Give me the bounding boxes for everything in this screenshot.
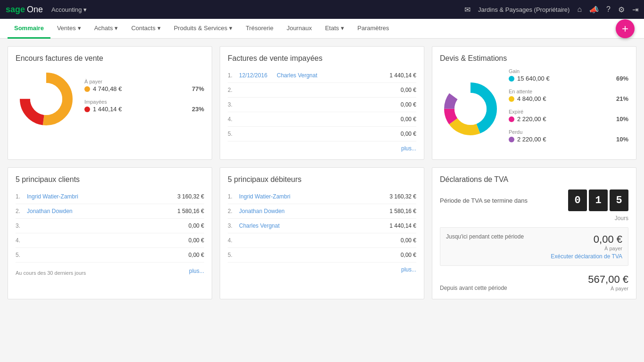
dashboard-content: Encours factures de vente À payer 4 740,… xyxy=(0,39,644,307)
tva-execute-link[interactable]: Exécuter déclaration de TVA xyxy=(446,253,622,260)
main-navigation: Sommaire Ventes▾ Achats▾ Contacts▾ Produ… xyxy=(0,19,644,39)
home-icon[interactable]: ⌂ xyxy=(577,5,582,14)
legend-perdu: Perdu 2 220,00 € 10% xyxy=(509,129,628,143)
nav-produits[interactable]: Produits & Services▾ xyxy=(167,19,239,39)
impayees-dot xyxy=(84,107,90,112)
clients-hint: Au cours des 30 derniers jours xyxy=(16,270,86,276)
nav-sommaire[interactable]: Sommaire xyxy=(8,19,50,39)
clients-plus-link[interactable]: plus... xyxy=(189,268,204,274)
svg-point-7 xyxy=(454,93,487,125)
debiteur-name-3[interactable]: Charles Vergnat xyxy=(239,222,379,229)
logout-icon[interactable]: ⇥ xyxy=(632,5,638,14)
list-item: 4. 0,00 € xyxy=(228,233,416,248)
tva-actuelle-block: Jusqu'ici pendant cette période 0,00 € À… xyxy=(440,227,628,266)
tva-periode-label: Période de TVA se termine dans xyxy=(440,197,528,204)
tva-depuis-amount: 567,00 € xyxy=(588,273,628,286)
debiteurs-list: 1. Ingrid Watier-Zambri 3 160,32 € 2. Jo… xyxy=(228,189,416,263)
list-item: 5. 0,00 € xyxy=(228,248,416,263)
encours-donut-section: À payer 4 740,48 € 77% Impayées 1 440,14… xyxy=(16,68,204,130)
list-item: 4. 0,00 € xyxy=(16,233,204,248)
encours-donut xyxy=(16,68,77,130)
debiteurs-title: 5 principaux débiteurs xyxy=(228,175,416,184)
clients-list: 1. Ingrid Watier-Zambri 3 160,32 € 2. Jo… xyxy=(16,189,204,263)
logo-one: One xyxy=(27,5,43,15)
factures-impayees-widget: Factures de vente impayées 1. 12/12/2016… xyxy=(220,46,424,160)
clients-title: 5 principaux clients xyxy=(16,175,204,184)
devis-widget: Devis & Estimations Gain xyxy=(432,46,636,160)
devis-donut-section: Gain 15 640,00 € 69% En attente 4 840,00… xyxy=(440,68,628,149)
legend-a-payer: À payer 4 740,48 € 77% xyxy=(84,79,204,92)
tva-jours-label: Jours xyxy=(440,215,628,222)
invoice-date-1[interactable]: 12/12/2016 xyxy=(239,72,277,79)
list-item: 1. Ingrid Watier-Zambri 3 160,32 € xyxy=(16,189,204,204)
countdown-digit-1: 1 xyxy=(589,189,608,211)
legend-en-attente: En attente 4 840,00 € 21% xyxy=(509,89,628,102)
nav-parametres[interactable]: Paramètres xyxy=(351,19,396,39)
invoice-amount-2: 0,00 € xyxy=(379,87,416,93)
table-row: 3. 0,00 € xyxy=(228,98,416,112)
invoice-list: 1. 12/12/2016 Charles Vergnat 1 440,14 €… xyxy=(228,68,416,141)
logo-sage: sage xyxy=(6,5,25,15)
debiteur-name-1[interactable]: Ingrid Watier-Zambri xyxy=(239,193,379,200)
factures-plus-link[interactable]: plus... xyxy=(228,145,416,152)
legend-gain: Gain 15 640,00 € 69% xyxy=(509,68,628,82)
mail-icon[interactable]: ✉ xyxy=(464,5,471,14)
logo[interactable]: sage One xyxy=(6,5,43,15)
expire-dot xyxy=(509,116,514,122)
list-item: 3. 0,00 € xyxy=(16,219,204,233)
achats-dropdown-icon: ▾ xyxy=(115,25,118,32)
nav-contacts[interactable]: Contacts▾ xyxy=(124,19,167,39)
company-name[interactable]: Jardins & Paysages (Propriétaire) xyxy=(478,6,570,13)
produits-dropdown-icon: ▾ xyxy=(229,25,232,32)
debiteur-amount-3: 1 440,14 € xyxy=(379,222,416,229)
nav-etats[interactable]: Etats▾ xyxy=(318,19,351,39)
debiteurs-plus-link[interactable]: plus... xyxy=(401,266,416,273)
client-name-2[interactable]: Jonathan Dowden xyxy=(27,208,166,214)
tva-widget: Déclarations de TVA Période de TVA se te… xyxy=(432,167,636,299)
legend-expire: Expiré 2 220,00 € 10% xyxy=(509,109,628,123)
nav-ventes[interactable]: Ventes▾ xyxy=(50,19,88,39)
invoice-client-1[interactable]: Charles Vergnat xyxy=(277,72,379,79)
table-row: 5. 0,00 € xyxy=(228,127,416,141)
table-row: 4. 0,00 € xyxy=(228,112,416,127)
table-row: 1. 12/12/2016 Charles Vergnat 1 440,14 € xyxy=(228,68,416,83)
nav-tresorerie[interactable]: Trésorerie xyxy=(239,19,280,39)
list-item: 2. Jonathan Dowden 1 580,16 € xyxy=(16,204,204,219)
contacts-dropdown-icon: ▾ xyxy=(157,25,161,32)
a-payer-pct: 77% xyxy=(192,85,204,92)
settings-icon[interactable]: ⚙ xyxy=(618,5,625,14)
countdown-digit-2: 5 xyxy=(610,189,628,211)
a-payer-value: 4 740,48 € xyxy=(93,85,122,92)
attente-dot xyxy=(509,96,514,102)
list-item: 1. Ingrid Watier-Zambri 3 160,32 € xyxy=(228,189,416,204)
nav-achats[interactable]: Achats▾ xyxy=(88,19,125,39)
clients-widget: 5 principaux clients 1. Ingrid Watier-Za… xyxy=(8,167,212,299)
client-name-1[interactable]: Ingrid Watier-Zambri xyxy=(27,193,166,200)
encours-widget: Encours factures de vente À payer 4 740,… xyxy=(8,46,212,160)
tva-countdown-section: Période de TVA se termine dans 0 1 5 xyxy=(440,189,628,211)
tva-montant-actuel: 0,00 € xyxy=(594,233,622,246)
tva-payer-label: À payer xyxy=(594,246,622,251)
app-dropdown-icon: ▾ xyxy=(83,6,87,13)
devis-title: Devis & Estimations xyxy=(440,54,628,63)
countdown-digit-0: 0 xyxy=(568,189,587,211)
encours-legend: À payer 4 740,48 € 77% Impayées 1 440,14… xyxy=(84,79,204,119)
a-payer-dot xyxy=(84,86,90,92)
tva-depuis-label: Depuis avant cette période xyxy=(440,285,507,291)
add-button[interactable]: + xyxy=(616,19,635,38)
help-icon[interactable]: ? xyxy=(606,5,611,14)
debiteur-name-2[interactable]: Jonathan Dowden xyxy=(239,208,379,214)
nav-journaux[interactable]: Journaux xyxy=(280,19,318,39)
invoice-amount-1: 1 440,14 € xyxy=(379,72,416,79)
notification-icon[interactable]: 📣 xyxy=(589,5,599,14)
top-navigation: sage One Accounting ▾ ✉ Jardins & Paysag… xyxy=(0,0,644,19)
app-switcher[interactable]: Accounting ▾ xyxy=(51,6,87,13)
ventes-dropdown-icon: ▾ xyxy=(78,25,81,32)
client-amount-2: 1 580,16 € xyxy=(166,208,204,214)
impayees-pct: 23% xyxy=(192,106,204,113)
top-nav-right: ✉ Jardins & Paysages (Propriétaire) ⌂ 📣 … xyxy=(464,5,638,14)
gain-dot xyxy=(509,76,514,82)
debiteur-amount-1: 3 160,32 € xyxy=(379,193,416,200)
svg-point-2 xyxy=(30,83,62,115)
table-row: 2. 0,00 € xyxy=(228,83,416,98)
